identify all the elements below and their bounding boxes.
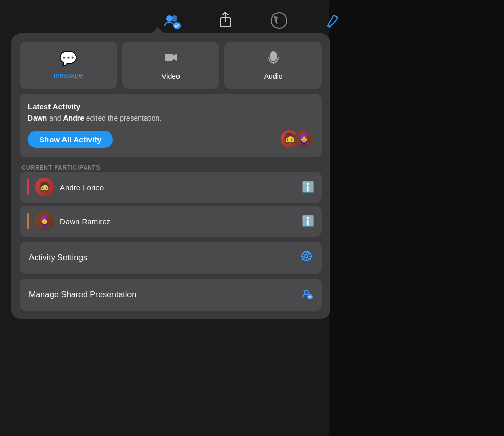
manage-shared-label: Manage Shared Presentation bbox=[29, 290, 136, 299]
latest-activity-section: Latest Activity Dawn and Andre edited th… bbox=[20, 94, 322, 157]
dawn-avatar: 🧕 bbox=[35, 212, 54, 230]
activity-avatars: 🧔 🧕 bbox=[280, 129, 314, 149]
andre-avatar: 🧔 bbox=[35, 178, 54, 196]
svg-rect-5 bbox=[165, 54, 173, 61]
audio-button[interactable]: Audio bbox=[224, 42, 322, 89]
svg-point-8 bbox=[305, 255, 308, 258]
dawn-name: Dawn Ramirez bbox=[60, 217, 302, 226]
share-icon[interactable] bbox=[214, 9, 237, 32]
dawn-color-bar bbox=[27, 213, 29, 229]
andre-color-bar bbox=[27, 179, 29, 195]
video-label: Video bbox=[161, 72, 180, 80]
activity-settings-label: Activity Settings bbox=[29, 253, 87, 262]
audio-label: Audio bbox=[264, 72, 283, 80]
participants-label: CURRENT PARTICIPANTS bbox=[20, 162, 322, 172]
action-buttons-row: 💬 message Video Audio bbox=[20, 42, 322, 89]
participant-list: 🧔 Andre Lorico ℹ️ 🧕 Dawn Ramirez ℹ️ bbox=[20, 172, 322, 237]
participants-section: CURRENT PARTICIPANTS 🧔 Andre Lorico ℹ️ 🧕… bbox=[20, 162, 322, 237]
message-button[interactable]: 💬 message bbox=[20, 42, 117, 89]
show-all-activity-button[interactable]: Show All Activity bbox=[28, 131, 113, 148]
collaboration-popup: 💬 message Video Audio L bbox=[11, 33, 330, 319]
svg-point-1 bbox=[171, 15, 177, 22]
avatar-dawn: 🧕 bbox=[294, 129, 314, 149]
svg-point-4 bbox=[271, 13, 287, 28]
dawn-info-icon[interactable]: ℹ️ bbox=[302, 215, 315, 227]
audio-icon bbox=[266, 50, 281, 68]
message-icon: 💬 bbox=[59, 50, 77, 67]
svg-point-9 bbox=[304, 290, 308, 294]
participant-item-dawn[interactable]: 🧕 Dawn Ramirez ℹ️ bbox=[20, 206, 322, 237]
message-label: message bbox=[54, 71, 83, 79]
manage-shared-icon bbox=[300, 287, 313, 303]
andre-name: Andre Lorico bbox=[60, 183, 302, 192]
activity-footer: Show All Activity 🧔 🧕 bbox=[28, 129, 314, 149]
activity-settings-icon bbox=[300, 250, 313, 265]
video-button[interactable]: Video bbox=[122, 42, 220, 89]
brush-icon[interactable] bbox=[321, 9, 344, 32]
video-icon bbox=[164, 50, 178, 68]
activity-title: Latest Activity bbox=[28, 102, 314, 111]
manage-shared-row[interactable]: Manage Shared Presentation bbox=[20, 279, 322, 311]
andre-info-icon[interactable]: ℹ️ bbox=[302, 181, 315, 193]
undo-icon[interactable] bbox=[268, 9, 290, 32]
activity-settings-row[interactable]: Activity Settings bbox=[20, 242, 322, 274]
participant-item-andre[interactable]: 🧔 Andre Lorico ℹ️ bbox=[20, 172, 322, 203]
activity-description: Dawn and Andre edited the presentation. bbox=[28, 114, 314, 122]
